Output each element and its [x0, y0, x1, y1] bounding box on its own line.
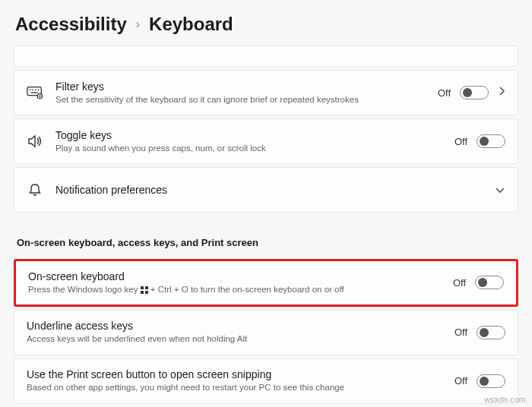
chevron-right-icon: › [136, 17, 140, 31]
settings-row-print-screen-snipping[interactable]: Use the Print screen button to open scre… [14, 358, 518, 404]
speaker-icon [27, 134, 43, 148]
breadcrumb-parent[interactable]: Accessibility [15, 14, 127, 35]
bell-icon [27, 183, 43, 197]
settings-row-underline-access-keys[interactable]: Underline access keys Access keys will b… [14, 310, 518, 355]
section-heading: On-screen keyboard, access keys, and Pri… [14, 216, 518, 259]
row-title: Underline access keys [27, 320, 442, 332]
toggle-state-label: Off [453, 277, 466, 289]
settings-row-on-screen-keyboard[interactable]: On-screen keyboard Press the Windows log… [14, 259, 518, 307]
row-description: Access keys will be underlined even when… [27, 333, 442, 345]
row-description: Play a sound when you press caps, num, o… [55, 143, 442, 154]
toggle-state-label: Off [454, 136, 467, 147]
breadcrumb: Accessibility › Keyboard [0, 0, 532, 46]
row-description: Based on other app settings, you might n… [27, 382, 442, 393]
toggle-state-label: Off [454, 375, 467, 386]
chevron-down-icon[interactable] [495, 183, 505, 197]
page-title: Keyboard [149, 14, 233, 35]
windows-logo-icon [141, 286, 148, 294]
row-title: On-screen keyboard [28, 270, 441, 282]
watermark: wsxdn.com [484, 395, 526, 404]
toggle-keys-toggle[interactable] [477, 134, 505, 148]
toggle-state-label: Off [454, 327, 467, 338]
toggle-state-label: Off [438, 87, 451, 99]
row-title: Filter keys [55, 80, 426, 93]
row-description: Set the sensitivity of the keyboard so i… [55, 94, 426, 106]
settings-row-collapsed[interactable] [14, 46, 518, 67]
settings-row-filter-keys[interactable]: Filter keys Set the sensitivity of the k… [14, 70, 518, 115]
chevron-right-icon[interactable] [498, 86, 505, 99]
print-screen-snipping-toggle[interactable] [477, 374, 505, 388]
settings-row-notification-preferences[interactable]: Notification preferences [14, 167, 518, 213]
filter-keys-toggle[interactable] [460, 86, 489, 99]
row-description: Press the Windows logo key + Ctrl + O to… [28, 284, 441, 295]
row-title: Use the Print screen button to open scre… [27, 368, 442, 380]
row-title: Notification preferences [55, 184, 483, 196]
row-title: Toggle keys [55, 129, 442, 141]
keyboard-filter-icon [27, 86, 43, 99]
on-screen-keyboard-toggle[interactable] [475, 276, 504, 289]
underline-access-keys-toggle[interactable] [477, 326, 505, 339]
settings-row-toggle-keys[interactable]: Toggle keys Play a sound when you press … [14, 118, 518, 164]
